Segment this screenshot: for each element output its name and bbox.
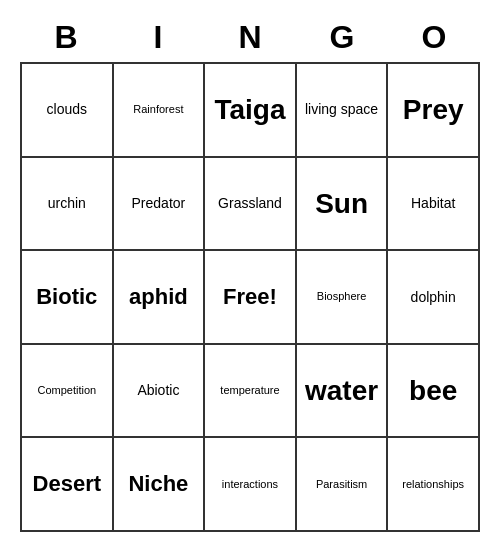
bingo-row-1: urchinPredatorGrasslandSunHabitat — [22, 158, 480, 252]
bingo-row-4: DesertNicheinteractionsParasitismrelatio… — [22, 438, 480, 532]
bingo-cell-3-1: Abiotic — [114, 345, 206, 439]
bingo-card: BINGO cloudsRainforestTaigaliving spaceP… — [20, 12, 480, 532]
bingo-cell-3-2: temperature — [205, 345, 297, 439]
bingo-cell-2-2: Free! — [205, 251, 297, 345]
bingo-header: BINGO — [20, 12, 480, 62]
bingo-row-0: cloudsRainforestTaigaliving spacePrey — [22, 64, 480, 158]
bingo-cell-4-3: Parasitism — [297, 438, 389, 532]
bingo-cell-4-4: relationships — [388, 438, 480, 532]
bingo-cell-1-1: Predator — [114, 158, 206, 252]
bingo-cell-3-0: Competition — [22, 345, 114, 439]
bingo-cell-4-0: Desert — [22, 438, 114, 532]
bingo-cell-0-2: Taiga — [205, 64, 297, 158]
bingo-cell-2-4: dolphin — [388, 251, 480, 345]
bingo-cell-0-1: Rainforest — [114, 64, 206, 158]
header-letter-N: N — [204, 12, 296, 62]
bingo-cell-4-2: interactions — [205, 438, 297, 532]
bingo-cell-2-1: aphid — [114, 251, 206, 345]
header-letter-O: O — [388, 12, 480, 62]
bingo-row-2: BioticaphidFree!Biospheredolphin — [22, 251, 480, 345]
bingo-cell-0-4: Prey — [388, 64, 480, 158]
bingo-cell-1-3: Sun — [297, 158, 389, 252]
bingo-cell-1-4: Habitat — [388, 158, 480, 252]
bingo-cell-1-2: Grassland — [205, 158, 297, 252]
bingo-cell-3-3: water — [297, 345, 389, 439]
bingo-cell-2-3: Biosphere — [297, 251, 389, 345]
header-letter-G: G — [296, 12, 388, 62]
bingo-cell-3-4: bee — [388, 345, 480, 439]
bingo-grid: cloudsRainforestTaigaliving spacePreyurc… — [20, 62, 480, 532]
bingo-cell-1-0: urchin — [22, 158, 114, 252]
header-letter-B: B — [20, 12, 112, 62]
bingo-cell-0-3: living space — [297, 64, 389, 158]
bingo-cell-2-0: Biotic — [22, 251, 114, 345]
bingo-row-3: CompetitionAbiotictemperaturewaterbee — [22, 345, 480, 439]
bingo-cell-4-1: Niche — [114, 438, 206, 532]
header-letter-I: I — [112, 12, 204, 62]
bingo-cell-0-0: clouds — [22, 64, 114, 158]
